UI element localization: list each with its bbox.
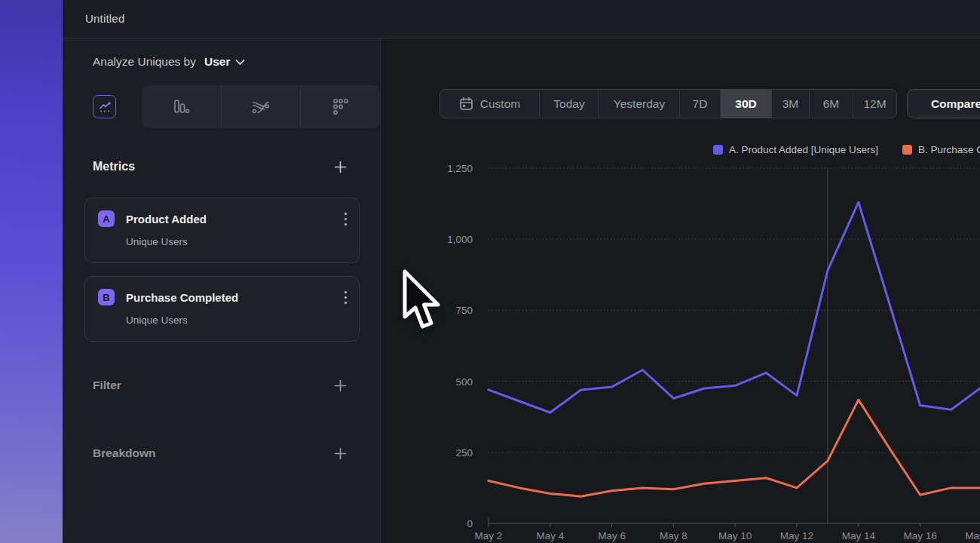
x-tick-label: May 18 bbox=[965, 530, 980, 541]
metric-measure: Unique Users bbox=[85, 227, 359, 247]
legend-item[interactable]: B. Purchase Completed [Unique Users] bbox=[902, 144, 980, 155]
legend-item[interactable]: A. Product Added [Unique Users] bbox=[713, 144, 878, 155]
metric-card-row: B Purchase Completed bbox=[85, 277, 359, 305]
range-button-custom[interactable]: Custom bbox=[440, 90, 539, 118]
range-button-30d[interactable]: 30D bbox=[720, 90, 771, 118]
filter-title: Filter bbox=[93, 379, 121, 392]
x-tick-label: May 6 bbox=[598, 530, 626, 541]
range-button-label: 12M bbox=[863, 97, 886, 111]
kebab-menu-icon[interactable] bbox=[344, 290, 348, 305]
x-tick-label: May 2 bbox=[475, 530, 503, 541]
metric-badge-a: A bbox=[98, 210, 115, 227]
dots-grid-icon bbox=[331, 97, 351, 117]
range-button-label: 30D bbox=[735, 97, 756, 111]
range-button-3m[interactable]: 3M bbox=[771, 90, 809, 118]
app-window: Untitled Analyze Uniques by User bbox=[63, 0, 980, 543]
analyze-by-row: Analyze Uniques by User bbox=[63, 38, 380, 85]
metric-name: Product Added bbox=[126, 213, 344, 225]
add-filter-icon[interactable] bbox=[334, 379, 347, 392]
tab-dots-grid[interactable] bbox=[300, 85, 380, 128]
chart-svg: 02505007501,0001,250May 2May 4May 6May 8… bbox=[441, 158, 980, 543]
x-tick-label: May 8 bbox=[660, 530, 688, 541]
legend-swatch bbox=[713, 145, 723, 155]
chart-type-tab-group bbox=[142, 85, 380, 128]
range-button-6m[interactable]: 6M bbox=[809, 90, 853, 118]
x-tick-label: May 14 bbox=[842, 530, 876, 541]
tab-bar-chart[interactable] bbox=[142, 85, 221, 128]
y-tick-label: 0 bbox=[467, 518, 473, 529]
y-tick-label: 750 bbox=[455, 305, 473, 316]
range-button-label: Custom bbox=[480, 97, 520, 111]
metric-card-row: A Product Added bbox=[85, 198, 359, 227]
range-button-today[interactable]: Today bbox=[539, 90, 599, 118]
metric-badge-b: B bbox=[98, 289, 115, 305]
range-button-7d[interactable]: 7D bbox=[679, 90, 720, 118]
analyze-by-label: Analyze Uniques by bbox=[93, 55, 196, 69]
range-button-yesterday[interactable]: Yesterday bbox=[599, 90, 679, 118]
legend-swatch bbox=[902, 145, 912, 155]
chevron-down-icon[interactable] bbox=[235, 59, 245, 66]
chart-type-tabs bbox=[63, 85, 380, 128]
chart-panel: CustomTodayYesterday7D30D3M6M12M Compare… bbox=[381, 38, 980, 543]
breakdown-section-header: Breakdown bbox=[63, 438, 380, 468]
query-sidebar: Analyze Uniques by User bbox=[63, 38, 381, 543]
calendar-icon bbox=[459, 97, 473, 111]
breakdown-title: Breakdown bbox=[93, 446, 156, 460]
filter-section-header: Filter bbox=[63, 370, 380, 400]
metric-card-purchase-completed[interactable]: B Purchase Completed Unique Users bbox=[84, 276, 360, 342]
background-gradient-strip bbox=[0, 0, 63, 543]
range-button-label: 6M bbox=[823, 97, 840, 111]
metric-name: Purchase Completed bbox=[126, 291, 344, 304]
report-title: Untitled bbox=[85, 0, 124, 38]
y-tick-label: 1,000 bbox=[447, 234, 473, 245]
metrics-title: Metrics bbox=[93, 160, 135, 173]
legend-label: B. Purchase Completed [Unique Users] bbox=[918, 144, 980, 155]
range-button-label: Yesterday bbox=[614, 97, 665, 111]
metric-measure: Unique Users bbox=[85, 305, 359, 326]
mouse-pointer bbox=[402, 269, 443, 334]
range-button-12m[interactable]: 12M bbox=[853, 90, 896, 118]
kebab-menu-icon[interactable] bbox=[344, 212, 348, 226]
y-tick-label: 250 bbox=[455, 447, 473, 459]
tab-flow-chart[interactable] bbox=[221, 85, 301, 128]
add-metric-icon[interactable] bbox=[334, 161, 347, 173]
y-tick-label: 500 bbox=[455, 376, 473, 388]
x-tick-label: May 4 bbox=[536, 530, 564, 541]
series-line-b bbox=[488, 400, 980, 496]
range-button-label: 3M bbox=[782, 97, 799, 111]
flow-chart-icon bbox=[250, 99, 271, 115]
compare-button[interactable]: Compare bbox=[907, 89, 980, 118]
range-button-label: Today bbox=[553, 97, 584, 111]
y-tick-label: 1,250 bbox=[447, 163, 473, 174]
analyze-by-value[interactable]: User bbox=[204, 55, 230, 69]
report-header: Untitled bbox=[63, 0, 980, 38]
line-chart-icon bbox=[98, 100, 112, 114]
x-tick-label: May 12 bbox=[780, 530, 813, 541]
metric-card-product-added[interactable]: A Product Added Unique Users bbox=[84, 198, 360, 263]
date-range-selector: CustomTodayYesterday7D30D3M6M12M bbox=[439, 89, 897, 118]
x-tick-label: May 10 bbox=[718, 530, 752, 541]
chart-area[interactable]: 02505007501,0001,250May 2May 4May 6May 8… bbox=[441, 158, 980, 543]
add-breakdown-icon[interactable] bbox=[334, 447, 347, 460]
metrics-section-header: Metrics bbox=[63, 152, 380, 182]
range-button-label: 7D bbox=[693, 97, 708, 111]
legend-label: A. Product Added [Unique Users] bbox=[729, 144, 878, 155]
tab-line-chart[interactable] bbox=[93, 95, 116, 118]
x-tick-label: May 16 bbox=[903, 530, 936, 541]
bar-chart-icon bbox=[171, 98, 191, 116]
